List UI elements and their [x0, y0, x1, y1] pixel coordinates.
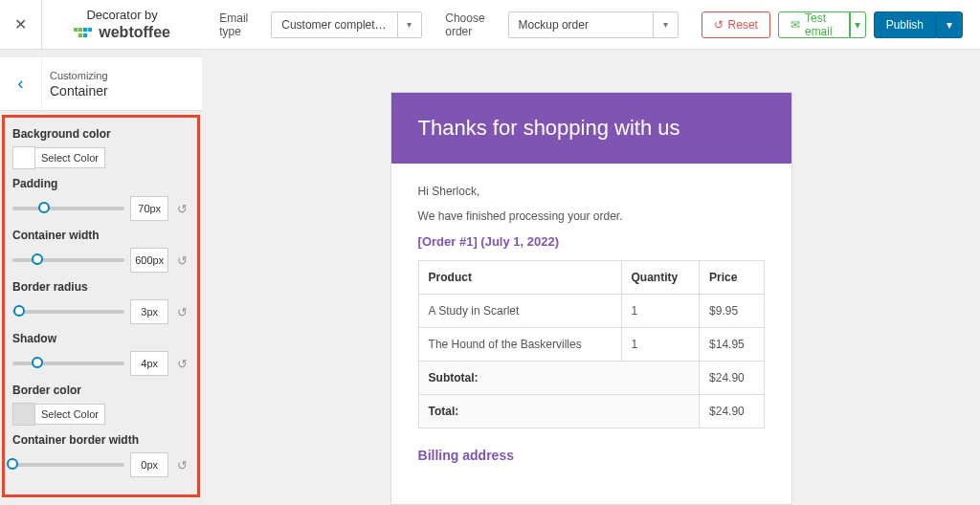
border-color-swatch[interactable]: [12, 403, 35, 426]
total-value: $24.90: [700, 395, 765, 428]
padding-value[interactable]: 70px: [130, 196, 168, 221]
breadcrumb-context: Customizing: [50, 70, 108, 81]
subtotal-label: Subtotal:: [418, 362, 699, 395]
brand-name: webtoffee: [99, 24, 170, 41]
slider-handle-icon[interactable]: [7, 458, 18, 470]
table-row: The Hound of the Baskervilles 1 $14.95: [418, 328, 764, 362]
topbar: Email type Customer completed or… ▾ Choo…: [202, 0, 980, 50]
topbar-actions: ↺ Reset ✉ Test email ▾ Publish: [702, 11, 963, 38]
border-color-control: Select Color: [12, 403, 189, 426]
email-type-value: Customer completed or…: [272, 18, 396, 32]
brand-byline: Decorator by: [86, 8, 157, 22]
padding-reset-icon[interactable]: ↺: [174, 201, 189, 216]
width-slider[interactable]: 600px ↺: [12, 248, 189, 273]
bg-color-swatch[interactable]: [12, 146, 35, 169]
radius-value[interactable]: 3px: [130, 299, 168, 324]
radius-track[interactable]: [12, 310, 124, 314]
close-icon: ✕: [14, 15, 27, 33]
cell-qty: 1: [621, 295, 700, 328]
bg-color-label: Background color: [12, 127, 189, 141]
email-greeting: Hi Sherlock,: [418, 185, 765, 198]
brand-area: Decorator by webtoffee: [42, 8, 202, 41]
subtotal-row: Subtotal: $24.90: [418, 362, 764, 395]
main-area: Email type Customer completed or… ▾ Choo…: [202, 0, 980, 505]
border-color-label: Border color: [12, 384, 189, 397]
width-reset-icon[interactable]: ↺: [174, 252, 189, 268]
reset-icon: ↺: [714, 18, 724, 32]
cell-product: A Study in Scarlet: [418, 295, 621, 328]
container-controls-panel: Background color Select Color Padding 70…: [2, 115, 200, 497]
breadcrumb-text: Customizing Container: [42, 70, 116, 99]
th-price: Price: [700, 261, 765, 295]
border-width-track[interactable]: [12, 463, 124, 467]
table-row: A Study in Scarlet 1 $9.95: [418, 295, 764, 328]
order-title: [Order #1] (July 1, 2022): [418, 234, 765, 249]
publish-caret[interactable]: ▾: [936, 11, 963, 38]
cell-qty: 1: [621, 328, 700, 362]
slider-handle-icon[interactable]: [13, 305, 25, 317]
slider-handle-icon[interactable]: [38, 202, 50, 213]
chevron-down-icon[interactable]: ▾: [653, 12, 678, 37]
th-product: Product: [418, 261, 621, 295]
shadow-slider[interactable]: 4px ↺: [12, 351, 189, 376]
slider-handle-icon[interactable]: [32, 253, 43, 265]
bg-select-color-button[interactable]: Select Color: [34, 147, 105, 168]
radius-reset-icon[interactable]: ↺: [174, 304, 189, 319]
mail-icon: ✉: [791, 18, 800, 32]
choose-order-value: Mockup order: [509, 18, 653, 32]
test-email-caret[interactable]: ▾: [850, 11, 865, 38]
order-table: Product Quantity Price A Study in Scarle…: [418, 260, 765, 428]
cell-price: $14.95: [700, 328, 765, 362]
shadow-track[interactable]: [12, 362, 124, 365]
choose-order-select[interactable]: Mockup order ▾: [508, 11, 679, 38]
border-select-color-button[interactable]: Select Color: [34, 404, 105, 425]
customizer-sidebar: ✕ Decorator by webtoffee ‹ Customizing: [0, 0, 202, 505]
reset-label: Reset: [728, 18, 758, 32]
slider-handle-icon[interactable]: [32, 357, 43, 368]
email-line: We have finished processing your order.: [418, 209, 765, 223]
chevron-down-icon: ▾: [947, 18, 952, 32]
publish-label: Publish: [886, 18, 924, 32]
choose-order-label: Choose order: [445, 11, 484, 38]
cell-price: $9.95: [700, 295, 765, 328]
logo-dots-icon: [74, 28, 95, 37]
publish-button[interactable]: Publish: [874, 11, 936, 38]
breadcrumb-section: Container: [50, 83, 108, 99]
width-track[interactable]: [12, 258, 124, 262]
bg-color-control: Select Color: [12, 146, 189, 169]
table-header-row: Product Quantity Price: [418, 261, 764, 295]
shadow-reset-icon[interactable]: ↺: [174, 356, 189, 371]
width-value[interactable]: 600px: [130, 248, 168, 273]
email-type-label: Email type: [219, 11, 248, 38]
border-width-value[interactable]: 0px: [130, 452, 168, 477]
cell-product: The Hound of the Baskervilles: [418, 328, 621, 362]
chevron-down-icon[interactable]: ▾: [397, 12, 422, 37]
width-label: Container width: [12, 229, 189, 242]
close-button[interactable]: ✕: [0, 0, 42, 49]
brand-logo: webtoffee: [74, 24, 170, 41]
border-width-slider[interactable]: 0px ↺: [12, 452, 189, 477]
shadow-label: Shadow: [12, 332, 189, 345]
chevron-down-icon: ▾: [855, 18, 860, 32]
email-body: Hi Sherlock, We have finished processing…: [391, 164, 791, 484]
total-row: Total: $24.90: [418, 395, 764, 428]
total-label: Total:: [418, 395, 699, 428]
radius-slider[interactable]: 3px ↺: [12, 299, 189, 324]
chevron-left-icon: ‹: [18, 74, 24, 94]
border-width-label: Container border width: [12, 433, 189, 447]
subtotal-value: $24.90: [700, 362, 765, 395]
th-qty: Quantity: [621, 261, 700, 295]
email-type-select[interactable]: Customer completed or… ▾: [271, 11, 422, 38]
padding-track[interactable]: [12, 207, 124, 210]
reset-button[interactable]: ↺ Reset: [702, 11, 770, 38]
preview-pane: Thanks for shopping with us Hi Sherlock,…: [202, 50, 980, 505]
back-button[interactable]: ‹: [0, 57, 42, 110]
test-email-label: Test email: [805, 11, 837, 38]
email-header: Thanks for shopping with us: [391, 93, 791, 164]
padding-slider[interactable]: 70px ↺: [12, 196, 189, 221]
border-width-reset-icon[interactable]: ↺: [174, 457, 189, 472]
padding-label: Padding: [12, 177, 189, 190]
shadow-value[interactable]: 4px: [130, 351, 168, 376]
test-email-button[interactable]: ✉ Test email: [778, 11, 850, 38]
breadcrumb: ‹ Customizing Container: [0, 57, 202, 111]
